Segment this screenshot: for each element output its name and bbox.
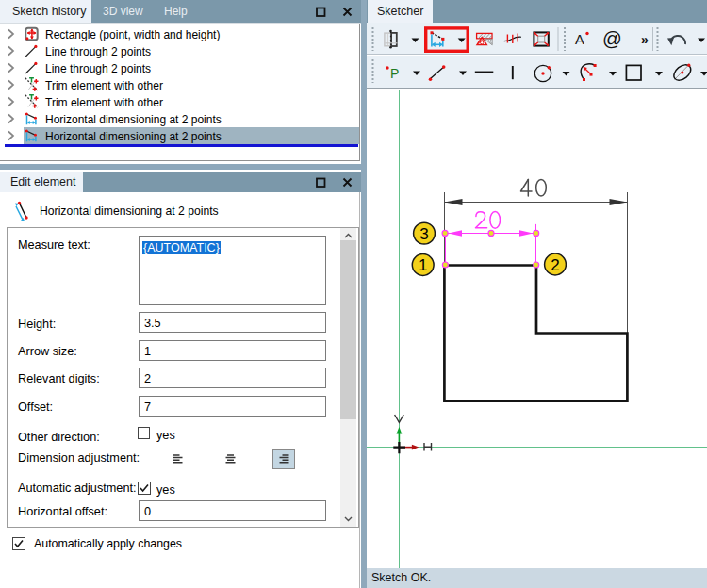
svg-text:P: P [390,66,399,81]
svg-text:Line through 2 points: Line through 2 points [45,45,151,58]
svg-text:»: » [641,32,649,47]
svg-text:1: 1 [419,256,427,274]
svg-text:2: 2 [551,256,559,274]
svg-text:Trim element with other: Trim element with other [45,79,163,92]
svg-text:Horizontal dimensioning at 2 p: Horizontal dimensioning at 2 points [45,113,222,126]
svg-text:Trim element with other: Trim element with other [45,96,163,109]
svg-text:@: @ [602,27,622,49]
svg-text:3: 3 [419,225,428,243]
svg-text:Horizontal dimensioning at 2 p: Horizontal dimensioning at 2 points [45,130,222,143]
svg-text:Line through 2 points: Line through 2 points [45,62,151,75]
svg-text:Rectangle (point, width and he: Rectangle (point, width and height) [45,28,220,41]
svg-text:A: A [575,32,584,47]
